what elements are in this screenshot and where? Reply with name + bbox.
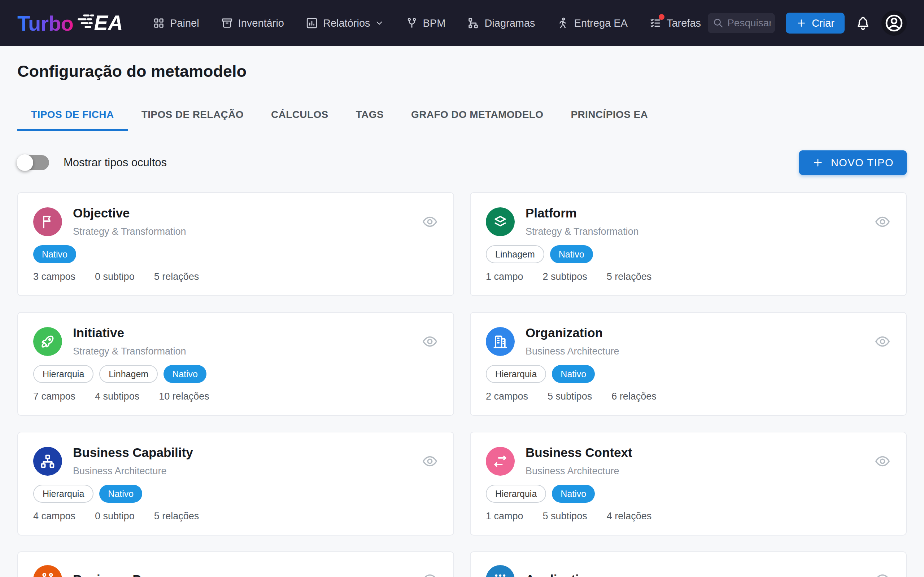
app-logo[interactable]: Turbo EA — [17, 11, 129, 35]
card-title: Platform — [525, 206, 639, 220]
visibility-button[interactable] — [874, 333, 891, 350]
page-content: Configuração do metamodelo TIPOS DE FICH… — [0, 62, 924, 577]
badge-hierarquia: Hierarquia — [33, 365, 94, 383]
sitemap-icon — [40, 453, 56, 469]
card-type-icon-circle — [33, 207, 62, 236]
stat-item: 4 campos — [33, 511, 76, 522]
toggle-label: Mostrar tipos ocultos — [63, 156, 167, 169]
type-card-objective[interactable]: Objective Strategy & Transformation Nati… — [17, 192, 454, 296]
nav-item-diagramas[interactable]: Diagramas — [467, 17, 535, 29]
card-header: Objective Strategy & Transformation — [33, 206, 438, 237]
nav-item-label: Diagramas — [485, 17, 535, 29]
nav-item-invent-rio[interactable]: Inventário — [221, 17, 284, 29]
card-subtitle: Business Architecture — [73, 466, 193, 477]
badge-linhagem: Linhagem — [486, 245, 544, 263]
type-card-application[interactable]: Application — [470, 551, 907, 577]
visibility-button[interactable] — [874, 453, 891, 469]
user-avatar[interactable] — [881, 10, 907, 36]
stat-item: 0 subtipo — [95, 511, 135, 522]
eye-icon — [874, 213, 891, 230]
eye-icon — [422, 333, 438, 350]
rocket-icon — [40, 334, 56, 350]
card-stats: 4 campos0 subtipo5 relações — [33, 511, 438, 522]
reports-icon — [306, 17, 318, 29]
notifications-button[interactable] — [855, 16, 871, 31]
card-subtitle: Strategy & Transformation — [73, 346, 186, 357]
grid-dots-icon — [492, 572, 508, 577]
stat-item: 5 relações — [154, 271, 199, 282]
visibility-button[interactable] — [874, 213, 891, 230]
nav-item-label: Painel — [170, 17, 199, 29]
badge-linhagem: Linhagem — [99, 365, 158, 383]
eye-icon — [874, 453, 891, 469]
visibility-button[interactable] — [422, 571, 438, 577]
chevron-down-icon — [375, 18, 384, 28]
inventory-icon — [221, 17, 233, 29]
card-title: Business Context — [525, 445, 632, 460]
type-cards-grid: Objective Strategy & Transformation Nati… — [17, 192, 907, 577]
badge-nativo: Nativo — [550, 245, 593, 263]
stat-item: 5 subtipos — [548, 391, 592, 402]
card-subtitle: Strategy & Transformation — [525, 226, 639, 237]
stat-item: 6 relações — [611, 391, 657, 402]
show-hidden-types-toggle[interactable] — [17, 154, 50, 171]
nav-item-entrega-ea[interactable]: Entrega EA — [557, 17, 628, 29]
eye-icon — [874, 333, 891, 350]
tab-tipos-de-rela-o[interactable]: TIPOS DE RELAÇÃO — [128, 101, 257, 131]
nav-item-bpm[interactable]: BPM — [406, 17, 446, 29]
building-icon — [492, 334, 508, 350]
stat-item: 4 subtipos — [95, 391, 139, 402]
visibility-button[interactable] — [874, 571, 891, 577]
card-type-icon-circle — [486, 447, 515, 475]
card-header: Initiative Strategy & Transformation — [33, 326, 438, 357]
badge-nativo: Nativo — [552, 365, 595, 383]
type-card-organization[interactable]: Organization Business Architecture Hiera… — [470, 312, 907, 416]
notification-dot — [659, 14, 664, 20]
controls-row: Mostrar tipos ocultos NOVO TIPO — [17, 150, 907, 175]
new-type-button[interactable]: NOVO TIPO — [799, 150, 907, 175]
workflow-icon — [40, 572, 56, 577]
card-badges: LinhagemNativo — [486, 245, 891, 263]
card-title: Organization — [525, 326, 619, 340]
type-card-business-capability[interactable]: Business Capability Business Architectur… — [17, 432, 454, 535]
type-card-business-process[interactable]: Business Process — [17, 551, 454, 577]
visibility-button[interactable] — [422, 333, 438, 350]
nav-item-tarefas[interactable]: Tarefas — [649, 17, 701, 29]
diagram-icon — [467, 17, 479, 29]
dashboard-icon — [153, 17, 165, 29]
nav-item-label: Entrega EA — [574, 17, 628, 29]
card-badges: HierarquiaNativo — [486, 485, 891, 503]
type-card-platform[interactable]: Platform Strategy & Transformation Linha… — [470, 192, 907, 296]
tab-tags[interactable]: TAGS — [342, 101, 397, 131]
card-badges: Nativo — [33, 245, 438, 263]
logo-speed-lines: EA — [76, 11, 129, 34]
badge-nativo: Nativo — [33, 245, 76, 263]
card-header: Application — [486, 565, 891, 577]
type-card-business-context[interactable]: Business Context Business Architecture H… — [470, 432, 907, 535]
user-circle-icon — [884, 13, 904, 33]
stat-item: 2 campos — [486, 391, 528, 402]
nav-item-painel[interactable]: Painel — [153, 17, 199, 29]
card-type-icon-circle — [486, 207, 515, 236]
search-box — [708, 13, 775, 33]
badge-nativo: Nativo — [552, 485, 595, 503]
badge-hierarquia: Hierarquia — [486, 365, 546, 383]
main-nav: Painel Inventário Relatórios BPM Diagram… — [153, 17, 701, 29]
walk-person-icon — [557, 17, 569, 29]
create-button[interactable]: Criar — [786, 13, 845, 34]
type-card-initiative[interactable]: Initiative Strategy & Transformation Hie… — [17, 312, 454, 416]
card-badges: HierarquiaNativo — [486, 365, 891, 383]
visibility-button[interactable] — [422, 453, 438, 469]
tab-bar: TIPOS DE FICHATIPOS DE RELAÇÃOCÁLCULOSTA… — [17, 101, 907, 131]
stack-icon — [492, 214, 508, 230]
tab-tipos-de-ficha[interactable]: TIPOS DE FICHA — [17, 101, 128, 131]
arrows-left-right-icon — [492, 453, 508, 469]
nav-item-relat-rios[interactable]: Relatórios — [306, 17, 384, 29]
visibility-button[interactable] — [422, 213, 438, 230]
tab-grafo-do-metamodelo[interactable]: GRAFO DO METAMODELO — [397, 101, 557, 131]
top-navbar: Turbo EA Painel Inventário Relatórios BP… — [0, 0, 924, 46]
tab-princ-pios-ea[interactable]: PRINCÍPIOS EA — [557, 101, 662, 131]
badge-hierarquia: Hierarquia — [33, 485, 94, 503]
tab-c-lculos[interactable]: CÁLCULOS — [257, 101, 342, 131]
card-type-icon-circle — [33, 447, 62, 475]
